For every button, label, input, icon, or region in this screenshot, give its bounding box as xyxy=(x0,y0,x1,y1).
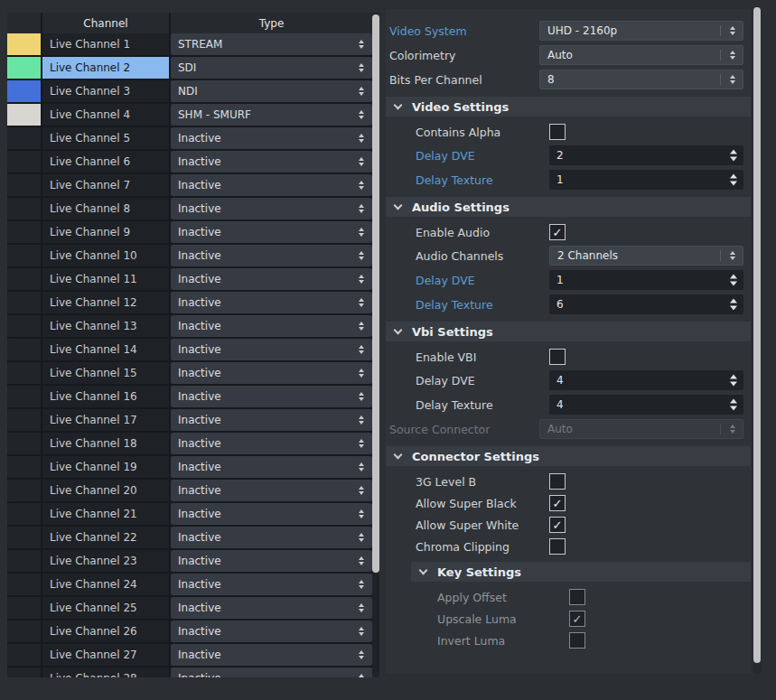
channel-name[interactable]: Live Channel 16 xyxy=(42,386,169,407)
channel-type-dropdown[interactable]: Inactive xyxy=(171,362,372,384)
upscale-luma-checkbox[interactable]: ✓ xyxy=(569,611,585,627)
table-row[interactable]: Live Channel 28Inactive xyxy=(7,667,372,677)
chroma-clipping-checkbox[interactable] xyxy=(549,538,566,555)
table-row[interactable]: Live Channel 6Inactive xyxy=(7,151,372,173)
channel-type-dropdown[interactable]: Inactive xyxy=(171,503,372,525)
allow-super-white-checkbox[interactable]: ✓ xyxy=(549,517,566,533)
enable-audio-checkbox[interactable]: ✓ xyxy=(549,224,566,240)
table-row[interactable]: Live Channel 27Inactive xyxy=(7,644,372,666)
channel-name[interactable]: Live Channel 9 xyxy=(42,221,169,243)
channel-type-dropdown[interactable]: NDI xyxy=(171,80,372,102)
channel-name[interactable]: Live Channel 2 xyxy=(42,57,169,79)
channel-type-dropdown[interactable]: Inactive xyxy=(171,339,372,360)
channel-type-dropdown[interactable]: Inactive xyxy=(171,221,372,243)
channel-type-dropdown[interactable]: Inactive xyxy=(171,198,372,219)
channel-type-dropdown[interactable]: Inactive xyxy=(171,456,372,478)
channel-type-dropdown[interactable]: Inactive xyxy=(171,644,372,666)
settings-panel-scrollbar[interactable] xyxy=(753,7,762,674)
channel-type-dropdown[interactable]: STREAM xyxy=(171,33,372,55)
section-header-key-settings[interactable]: Key Settings xyxy=(411,562,751,582)
channel-name[interactable]: Live Channel 21 xyxy=(42,503,169,525)
delay-texture-spinbox[interactable]: 4 xyxy=(549,395,743,415)
scrollbar-thumb[interactable] xyxy=(372,14,379,573)
table-row[interactable]: Live Channel 3NDI xyxy=(7,80,372,102)
channel-type-dropdown[interactable]: Inactive xyxy=(171,386,372,407)
channel-name[interactable]: Live Channel 11 xyxy=(42,268,169,290)
bits-per-channel-dropdown[interactable]: 8 xyxy=(539,70,743,89)
channel-name[interactable]: Live Channel 7 xyxy=(42,174,169,196)
channel-type-dropdown[interactable]: Inactive xyxy=(171,550,372,572)
channel-name[interactable]: Live Channel 15 xyxy=(42,362,169,384)
table-row[interactable]: Live Channel 16Inactive xyxy=(7,386,372,407)
table-row[interactable]: Live Channel 10Inactive xyxy=(7,245,372,266)
channel-name[interactable]: Live Channel 20 xyxy=(42,480,169,501)
channel-name[interactable]: Live Channel 4 xyxy=(42,104,169,126)
table-row[interactable]: Live Channel 26Inactive xyxy=(7,621,372,642)
table-row[interactable]: Live Channel 12Inactive xyxy=(7,292,372,313)
channel-type-dropdown[interactable]: Inactive xyxy=(171,174,372,196)
section-header-audio-settings[interactable]: Audio Settings xyxy=(386,197,751,217)
table-row[interactable]: Live Channel 9Inactive xyxy=(7,221,372,243)
table-row[interactable]: Live Channel 23Inactive xyxy=(7,550,372,572)
channel-type-dropdown[interactable]: SHM - SMURF xyxy=(171,104,372,126)
channel-name[interactable]: Live Channel 24 xyxy=(42,574,169,595)
table-row[interactable]: Live Channel 7Inactive xyxy=(7,174,372,196)
channel-name[interactable]: Live Channel 27 xyxy=(42,644,169,666)
section-header-video-settings[interactable]: Video Settings xyxy=(386,97,751,117)
table-row[interactable]: Live Channel 18Inactive xyxy=(7,433,372,454)
channel-name[interactable]: Live Channel 14 xyxy=(42,339,169,360)
table-row[interactable]: Live Channel 1STREAM xyxy=(7,33,372,55)
enable-vbi-checkbox[interactable] xyxy=(549,349,566,365)
delay-texture-spinbox[interactable]: 6 xyxy=(549,294,743,314)
table-row[interactable]: Live Channel 8Inactive xyxy=(7,198,372,219)
delay-dve-spinbox[interactable]: 1 xyxy=(549,270,743,290)
table-row[interactable]: Live Channel 21Inactive xyxy=(7,503,372,525)
channel-name[interactable]: Live Channel 25 xyxy=(42,597,169,619)
channel-name[interactable]: Live Channel 23 xyxy=(42,550,169,572)
channel-name[interactable]: Live Channel 17 xyxy=(42,409,169,431)
channel-type-dropdown[interactable]: Inactive xyxy=(171,574,372,595)
apply-offset-checkbox[interactable] xyxy=(569,589,585,605)
channel-type-dropdown[interactable]: Inactive xyxy=(171,527,372,548)
channel-name[interactable]: Live Channel 26 xyxy=(42,621,169,642)
table-row[interactable]: Live Channel 20Inactive xyxy=(7,480,372,501)
channel-type-dropdown[interactable]: Inactive xyxy=(171,315,372,337)
table-row[interactable]: Live Channel 25Inactive xyxy=(7,597,372,619)
channel-name[interactable]: Live Channel 18 xyxy=(42,433,169,454)
section-header-connector-settings[interactable]: Connector Settings xyxy=(386,446,751,466)
table-row[interactable]: Live Channel 13Inactive xyxy=(7,315,372,337)
channel-type-dropdown[interactable]: Inactive xyxy=(171,480,372,501)
channel-type-dropdown[interactable]: SDI xyxy=(171,57,372,79)
table-row[interactable]: Live Channel 24Inactive xyxy=(7,574,372,595)
channel-type-dropdown[interactable]: Inactive xyxy=(171,292,372,313)
delay-texture-spinbox[interactable]: 1 xyxy=(549,170,743,190)
channel-type-dropdown[interactable]: Inactive xyxy=(171,597,372,619)
colorimetry-dropdown[interactable]: Auto xyxy=(539,45,743,65)
table-row[interactable]: Live Channel 15Inactive xyxy=(7,362,372,384)
audio-channels-dropdown[interactable]: 2 Channels xyxy=(549,246,743,266)
table-row[interactable]: Live Channel 5Inactive xyxy=(7,127,372,149)
channel-type-dropdown[interactable]: Inactive xyxy=(171,409,372,431)
channel-name[interactable]: Live Channel 8 xyxy=(42,198,169,219)
delay-dve-spinbox[interactable]: 4 xyxy=(549,370,743,390)
channel-table-scrollbar[interactable] xyxy=(372,13,379,677)
table-row[interactable]: Live Channel 17Inactive xyxy=(7,409,372,431)
channel-name[interactable]: Live Channel 10 xyxy=(42,245,169,266)
table-row[interactable]: Live Channel 11Inactive xyxy=(7,268,372,290)
channel-type-dropdown[interactable]: Inactive xyxy=(171,151,372,173)
3g-level-b-checkbox[interactable] xyxy=(549,473,566,490)
table-row[interactable]: Live Channel 4SHM - SMURF xyxy=(7,104,372,126)
table-row[interactable]: Live Channel 22Inactive xyxy=(7,527,372,548)
channel-name[interactable]: Live Channel 28 xyxy=(42,667,169,677)
table-row[interactable]: Live Channel 14Inactive xyxy=(7,339,372,360)
channel-name[interactable]: Live Channel 22 xyxy=(42,527,169,548)
table-row[interactable]: Live Channel 19Inactive xyxy=(7,456,372,478)
table-row[interactable]: Live Channel 2SDI xyxy=(7,57,372,79)
invert-luma-checkbox[interactable] xyxy=(569,632,585,649)
allow-super-black-checkbox[interactable]: ✓ xyxy=(549,495,566,511)
channel-type-dropdown[interactable]: Inactive xyxy=(171,621,372,642)
channel-name[interactable]: Live Channel 6 xyxy=(42,151,169,173)
channel-name[interactable]: Live Channel 19 xyxy=(42,456,169,478)
channel-type-dropdown[interactable]: Inactive xyxy=(171,667,372,677)
channel-name[interactable]: Live Channel 5 xyxy=(42,127,169,149)
